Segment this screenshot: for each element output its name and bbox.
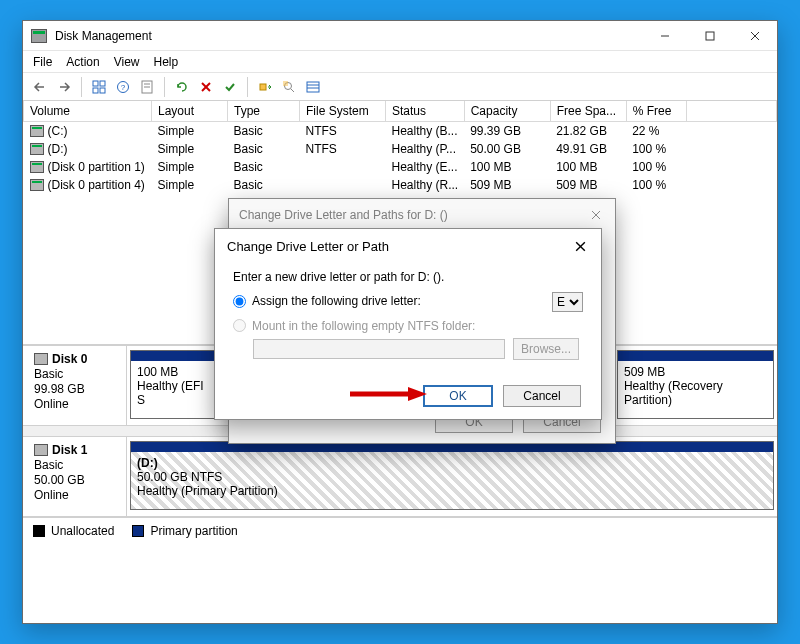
disk-name: Disk 1: [52, 443, 87, 457]
list-icon[interactable]: [302, 76, 324, 98]
grid-view-icon[interactable]: [88, 76, 110, 98]
partition[interactable]: (D:)50.00 GB NTFSHealthy (Primary Partit…: [130, 441, 774, 510]
close-button[interactable]: [732, 21, 777, 50]
close-icon[interactable]: [571, 237, 589, 255]
back-icon[interactable]: [29, 76, 51, 98]
volume-icon: [30, 161, 44, 173]
disk-status: Online: [34, 488, 118, 502]
dialog-title-text: Change Drive Letter and Paths for D: (): [239, 208, 448, 222]
cell-pctfree: 100 %: [626, 176, 686, 194]
cell-type: Basic: [228, 176, 300, 194]
menu-action[interactable]: Action: [66, 55, 99, 69]
dialog-titlebar: Change Drive Letter and Paths for D: (): [229, 199, 615, 231]
partition-size: 509 MB: [624, 365, 767, 379]
menu-help[interactable]: Help: [154, 55, 179, 69]
cell-type: Basic: [228, 158, 300, 176]
mount-folder-label: Mount in the following empty NTFS folder…: [252, 316, 475, 336]
assign-letter-label: Assign the following drive letter:: [252, 291, 421, 311]
unallocated-swatch-icon: [33, 525, 45, 537]
close-icon[interactable]: [587, 206, 605, 224]
dialog-instruction: Enter a new drive letter or path for D: …: [233, 267, 583, 287]
disk-size: 50.00 GB: [34, 473, 118, 487]
header-layout[interactable]: Layout: [152, 101, 228, 122]
help-icon[interactable]: ?: [112, 76, 134, 98]
drive-letter-select[interactable]: E: [552, 292, 583, 312]
svg-rect-1: [706, 32, 714, 40]
volume-name: (Disk 0 partition 4): [48, 178, 145, 192]
disk-management-icon: [31, 29, 47, 43]
menu-file[interactable]: File: [33, 55, 52, 69]
partition[interactable]: 100 MBHealthy (EFI S: [130, 350, 216, 419]
maximize-button[interactable]: [687, 21, 732, 50]
disk-type: Basic: [34, 367, 118, 381]
cell-filesystem: [300, 158, 386, 176]
header-status[interactable]: Status: [386, 101, 465, 122]
legend-unallocated: Unallocated: [33, 524, 114, 538]
svg-rect-15: [260, 84, 266, 90]
properties-icon[interactable]: [136, 76, 158, 98]
volume-table: Volume Layout Type File System Status Ca…: [23, 101, 777, 194]
cell-filesystem: [300, 176, 386, 194]
disk-size: 99.98 GB: [34, 382, 118, 396]
column-headers: Volume Layout Type File System Status Ca…: [24, 101, 777, 122]
disk-icon: [34, 353, 48, 365]
ok-button[interactable]: OK: [423, 385, 493, 407]
minimize-button[interactable]: [642, 21, 687, 50]
assign-letter-option[interactable]: Assign the following drive letter:: [233, 291, 421, 311]
mount-folder-radio: [233, 319, 246, 332]
cell-capacity: 100 MB: [464, 158, 550, 176]
table-row[interactable]: (D:)SimpleBasicNTFSHealthy (P...50.00 GB…: [24, 140, 777, 158]
mount-path-input: [253, 339, 505, 359]
forward-icon[interactable]: [53, 76, 75, 98]
cell-capacity: 509 MB: [464, 176, 550, 194]
partition-stripe: [131, 351, 215, 361]
cell-pctfree: 22 %: [626, 122, 686, 141]
svg-rect-7: [100, 88, 105, 93]
partition-map: (D:)50.00 GB NTFSHealthy (Primary Partit…: [127, 437, 777, 516]
cell-filesystem: NTFS: [300, 140, 386, 158]
refresh-icon[interactable]: [171, 76, 193, 98]
menubar: File Action View Help: [23, 51, 777, 73]
window-title: Disk Management: [55, 29, 642, 43]
disk-info[interactable]: Disk 1 Basic 50.00 GB Online: [23, 437, 127, 516]
cell-layout: Simple: [152, 158, 228, 176]
header-freespace[interactable]: Free Spa...: [550, 101, 626, 122]
partition[interactable]: 509 MBHealthy (Recovery Partition): [617, 350, 774, 419]
volume-name: (Disk 0 partition 1): [48, 160, 145, 174]
volume-icon: [30, 125, 44, 137]
disk-type: Basic: [34, 458, 118, 472]
find-icon[interactable]: [278, 76, 300, 98]
menu-view[interactable]: View: [114, 55, 140, 69]
cancel-button[interactable]: Cancel: [503, 385, 581, 407]
cell-capacity: 50.00 GB: [464, 140, 550, 158]
partition-size: 100 MB: [137, 365, 209, 379]
mount-folder-option: Mount in the following empty NTFS folder…: [233, 316, 583, 336]
header-capacity[interactable]: Capacity: [464, 101, 550, 122]
extend-icon[interactable]: [254, 76, 276, 98]
assign-letter-radio[interactable]: [233, 295, 246, 308]
cell-status: Healthy (R...: [386, 176, 465, 194]
header-type[interactable]: Type: [228, 101, 300, 122]
svg-text:?: ?: [121, 83, 126, 92]
disk-icon: [34, 444, 48, 456]
table-row[interactable]: (Disk 0 partition 1)SimpleBasicHealthy (…: [24, 158, 777, 176]
cell-pctfree: 100 %: [626, 140, 686, 158]
cell-layout: Simple: [152, 140, 228, 158]
disk-info[interactable]: Disk 0 Basic 99.98 GB Online: [23, 346, 127, 425]
check-icon[interactable]: [219, 76, 241, 98]
header-volume[interactable]: Volume: [24, 101, 152, 122]
volume-name: (C:): [48, 124, 68, 138]
cell-status: Healthy (B...: [386, 122, 465, 141]
partition-label: (D:): [137, 456, 767, 470]
dialog-titlebar: Change Drive Letter or Path: [215, 229, 601, 261]
delete-icon[interactable]: [195, 76, 217, 98]
table-row[interactable]: (C:)SimpleBasicNTFSHealthy (B...99.39 GB…: [24, 122, 777, 141]
header-filesystem[interactable]: File System: [300, 101, 386, 122]
partition-status: Healthy (Recovery Partition): [624, 379, 767, 407]
cell-freespace: 49.91 GB: [550, 140, 626, 158]
table-row[interactable]: (Disk 0 partition 4)SimpleBasicHealthy (…: [24, 176, 777, 194]
svg-rect-4: [93, 81, 98, 86]
header-pctfree[interactable]: % Free: [626, 101, 686, 122]
disk-name: Disk 0: [52, 352, 87, 366]
primary-swatch-icon: [132, 525, 144, 537]
